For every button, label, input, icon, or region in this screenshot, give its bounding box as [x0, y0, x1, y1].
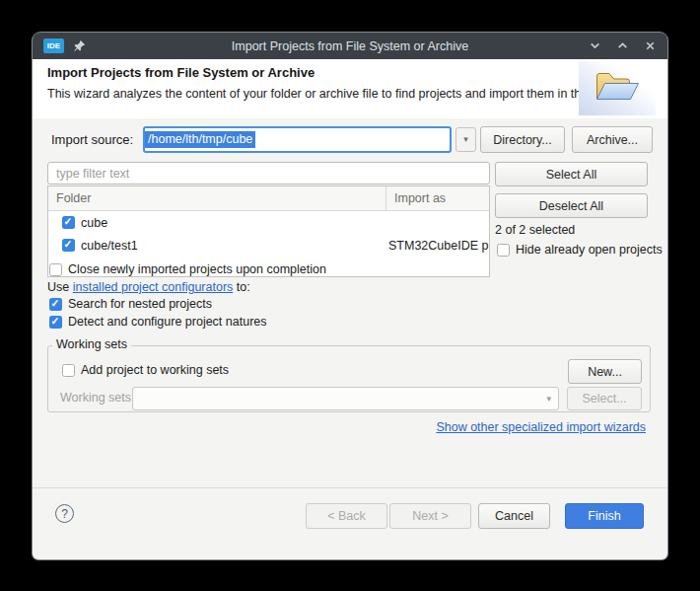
import-source-label: Import source:	[51, 132, 133, 147]
table-header[interactable]: Folder Import as	[48, 186, 489, 211]
import-source-dropdown-button[interactable]: ▾	[455, 127, 476, 152]
folder-cell: cube	[81, 216, 107, 230]
titlebar[interactable]: IDE Import Projects from File System or …	[33, 33, 667, 59]
add-working-sets-row[interactable]: Add project to working sets	[62, 363, 229, 377]
working-sets-combo[interactable]: ▾	[132, 387, 559, 410]
row-checkbox[interactable]	[62, 239, 75, 252]
hide-open-projects-row[interactable]: Hide already open projects	[497, 243, 663, 257]
selection-status: 2 of 2 selected	[495, 223, 575, 237]
pin-icon[interactable]	[73, 39, 86, 52]
open-folder-icon	[594, 68, 641, 110]
folder-cell: cube/test1	[81, 239, 138, 253]
working-sets-group-title: Working sets	[52, 337, 131, 351]
cancel-button[interactable]: Cancel	[478, 503, 550, 529]
import-projects-dialog: IDE Import Projects from File System or …	[33, 33, 667, 559]
add-working-sets-checkbox[interactable]	[62, 364, 75, 377]
import-as-cell: STM32CubeIDE proj	[386, 239, 489, 253]
chevron-down-icon: ▾	[463, 135, 468, 144]
project-natures-checkbox[interactable]	[49, 316, 62, 329]
page-title: Import Projects from File System or Arch…	[47, 65, 315, 80]
use-prefix: Use	[47, 280, 73, 294]
app-icon: IDE	[43, 38, 64, 53]
next-button[interactable]: Next >	[389, 503, 471, 529]
import-source-value: /home/lth/tmp/cube	[145, 131, 255, 148]
close-imported-checkbox[interactable]	[49, 263, 62, 276]
project-natures-label: Detect and configure project natures	[68, 315, 267, 329]
hide-open-projects-label: Hide already open projects	[516, 243, 663, 257]
banner-icon-tile	[579, 61, 656, 115]
close-imported-label: Close newly imported projects upon compl…	[68, 262, 326, 276]
finish-button[interactable]: Finish	[565, 503, 644, 529]
close-imported-row[interactable]: Close newly imported projects upon compl…	[49, 262, 326, 276]
other-wizards-link[interactable]: Show other specialized import wizards	[436, 420, 646, 434]
page-description: This wizard analyzes the content of your…	[47, 87, 615, 101]
column-header-folder[interactable]: Folder	[48, 186, 386, 210]
help-button[interactable]: ?	[55, 504, 74, 523]
minimize-button[interactable]	[589, 39, 601, 52]
add-working-sets-label: Add project to working sets	[81, 363, 229, 377]
select-working-set-button[interactable]: Select...	[567, 387, 642, 410]
close-button[interactable]	[644, 39, 657, 52]
maximize-button[interactable]	[616, 39, 629, 52]
project-natures-row[interactable]: Detect and configure project natures	[49, 315, 267, 329]
nested-projects-label: Search for nested projects	[68, 297, 212, 311]
row-checkbox[interactable]	[62, 216, 75, 229]
nested-projects-row[interactable]: Search for nested projects	[49, 297, 212, 311]
chevron-down-icon: ▾	[546, 395, 551, 404]
window-controls	[589, 39, 657, 52]
directory-button[interactable]: Directory...	[480, 126, 565, 153]
import-source-combo[interactable]: /home/lth/tmp/cube	[143, 126, 452, 153]
use-suffix: to:	[233, 280, 249, 294]
column-header-import-as[interactable]: Import as	[386, 186, 489, 210]
configurators-line: Use installed project configurators to:	[47, 280, 250, 294]
window-title: Import Projects from File System or Arch…	[232, 39, 468, 53]
back-button[interactable]: < Back	[306, 503, 387, 529]
nested-projects-checkbox[interactable]	[49, 298, 62, 311]
hide-open-projects-checkbox[interactable]	[497, 244, 510, 257]
working-sets-combo-label: Working sets:	[60, 391, 135, 405]
deselect-all-button[interactable]: Deselect All	[495, 193, 648, 218]
configurators-link[interactable]: installed project configurators	[73, 280, 234, 294]
wizard-banner: Import Projects from File System or Arch…	[33, 59, 667, 118]
working-sets-group: Working sets Add project to working sets…	[47, 345, 651, 412]
footer-divider	[33, 487, 667, 488]
table-row[interactable]: cube	[48, 211, 489, 234]
new-working-set-button[interactable]: New...	[568, 359, 642, 384]
table-row[interactable]: cube/test1 STM32CubeIDE proj	[48, 234, 489, 257]
select-all-button[interactable]: Select All	[495, 162, 648, 186]
archive-button[interactable]: Archive...	[572, 126, 653, 153]
filter-input[interactable]	[47, 162, 490, 185]
